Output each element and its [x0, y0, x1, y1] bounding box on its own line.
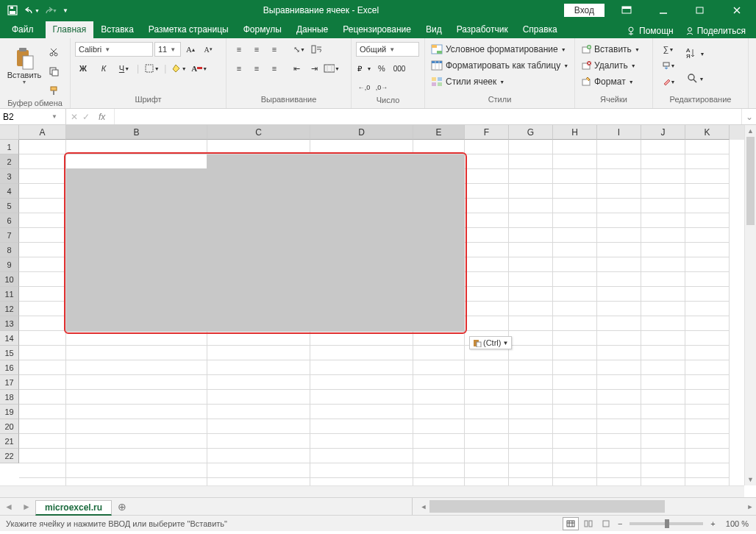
row-header[interactable]: 2: [0, 154, 19, 169]
cells-area[interactable]: (Ctrl)▼: [19, 140, 744, 485]
format-painter-icon[interactable]: [46, 82, 62, 99]
row-header[interactable]: 19: [0, 405, 19, 419]
save-icon[interactable]: [4, 2, 21, 18]
enter-formula-icon[interactable]: ✓: [82, 112, 90, 122]
tab-help[interactable]: Справка: [516, 21, 565, 38]
row-header[interactable]: 12: [0, 302, 19, 316]
font-name-combo[interactable]: Calibri▼: [75, 42, 153, 57]
tab-review[interactable]: Рецензирование: [335, 21, 418, 38]
vertical-scrollbar[interactable]: ▲▼: [744, 125, 756, 485]
row-header[interactable]: 17: [0, 375, 19, 390]
borders-icon[interactable]: ▼: [143, 60, 160, 76]
row-header[interactable]: 3: [0, 169, 19, 184]
accounting-format-icon[interactable]: ₽▼: [356, 60, 372, 76]
row-header[interactable]: 13: [0, 316, 19, 331]
font-size-combo[interactable]: 11▼: [154, 42, 181, 57]
cell-styles-button[interactable]: Стили ячеек▼: [429, 74, 506, 90]
tab-file[interactable]: Файл: [0, 21, 46, 38]
tab-formulas[interactable]: Формулы: [236, 21, 289, 38]
column-header[interactable]: G: [509, 125, 553, 140]
row-header[interactable]: 20: [0, 419, 19, 434]
orientation-icon[interactable]: ⤡▼: [291, 41, 307, 57]
font-color-icon[interactable]: A▼: [191, 60, 207, 76]
undo-icon[interactable]: ▼: [22, 2, 38, 18]
number-format-combo[interactable]: Общий▼: [356, 42, 419, 57]
tell-me-button[interactable]: Помощн: [621, 24, 678, 38]
tab-insert[interactable]: Вставка: [93, 21, 141, 38]
close-icon[interactable]: [722, 0, 752, 21]
page-layout-view-icon[interactable]: [580, 517, 596, 530]
increase-decimal-icon[interactable]: ←,0: [356, 79, 372, 96]
underline-button[interactable]: Ч▼: [116, 60, 132, 76]
page-break-view-icon[interactable]: [598, 517, 614, 530]
fill-icon[interactable]: ▼: [657, 57, 680, 74]
minimize-icon[interactable]: [649, 0, 678, 21]
decrease-indent-icon[interactable]: ⇤: [288, 60, 304, 76]
row-header[interactable]: 6: [0, 213, 19, 228]
increase-font-icon[interactable]: A▴: [182, 41, 199, 57]
align-top-icon[interactable]: ≡: [231, 41, 247, 57]
align-center-icon[interactable]: ≡: [249, 60, 265, 76]
horizontal-scrollbar[interactable]: ◄►: [418, 498, 756, 515]
column-header[interactable]: C: [207, 125, 310, 140]
cancel-formula-icon[interactable]: ✕: [71, 112, 78, 122]
row-header[interactable]: 22: [0, 449, 19, 463]
formula-input[interactable]: [115, 109, 741, 124]
expand-formula-bar-icon[interactable]: ⌄: [741, 109, 756, 124]
insert-function-icon[interactable]: fx: [94, 112, 110, 122]
increase-indent-icon[interactable]: ⇥: [306, 60, 322, 76]
delete-cells-button[interactable]: Удалить▼: [580, 57, 638, 74]
row-header[interactable]: 14: [0, 331, 19, 346]
column-header[interactable]: H: [553, 125, 597, 140]
sheet-tab[interactable]: microexcel.ru: [35, 500, 112, 516]
ribbon-options-icon[interactable]: [612, 0, 641, 21]
zoom-level[interactable]: 100 %: [718, 519, 756, 528]
column-header[interactable]: A: [19, 125, 66, 140]
cut-icon[interactable]: [46, 44, 62, 60]
format-as-table-button[interactable]: Форматировать как таблицу▼: [429, 57, 570, 74]
percent-icon[interactable]: %: [374, 60, 390, 76]
align-right-icon[interactable]: ≡: [266, 60, 282, 76]
paste-options-button[interactable]: (Ctrl)▼: [469, 336, 512, 349]
conditional-formatting-button[interactable]: Условное форматирование▼: [429, 41, 568, 57]
scroll-sheets-left-icon[interactable]: ◄: [0, 498, 18, 515]
align-middle-icon[interactable]: ≡: [249, 41, 265, 57]
align-bottom-icon[interactable]: ≡: [266, 41, 282, 57]
share-button[interactable]: Поделиться: [681, 24, 750, 38]
select-all-corner[interactable]: [0, 125, 19, 140]
row-header[interactable]: 16: [0, 360, 19, 375]
format-cells-button[interactable]: Формат▼: [580, 74, 635, 90]
column-header[interactable]: J: [641, 125, 685, 140]
name-box-input[interactable]: [0, 112, 51, 122]
zoom-in-button[interactable]: +: [707, 519, 718, 528]
tab-data[interactable]: Данные: [289, 21, 335, 38]
zoom-slider[interactable]: [630, 522, 703, 525]
sort-filter-icon[interactable]: АЯ▼: [684, 41, 706, 66]
decrease-decimal-icon[interactable]: ,0→: [374, 79, 390, 96]
normal-view-icon[interactable]: [563, 517, 579, 530]
italic-button[interactable]: К: [96, 60, 112, 76]
clear-icon[interactable]: ▼: [657, 74, 680, 90]
row-header[interactable]: 7: [0, 228, 19, 243]
column-header[interactable]: F: [465, 125, 509, 140]
maximize-icon[interactable]: [685, 0, 715, 21]
tab-home[interactable]: Главная: [46, 21, 94, 38]
row-header[interactable]: 1: [0, 140, 19, 154]
fill-color-icon[interactable]: ▼: [171, 60, 187, 76]
row-header[interactable]: 15: [0, 346, 19, 360]
column-header[interactable]: D: [310, 125, 413, 140]
column-header[interactable]: I: [597, 125, 641, 140]
decrease-font-icon[interactable]: A▾: [200, 41, 216, 57]
tab-layout[interactable]: Разметка страницы: [141, 21, 236, 38]
zoom-out-button[interactable]: −: [615, 519, 625, 528]
paste-button[interactable]: Вставить ▼: [4, 41, 44, 90]
row-header[interactable]: 10: [0, 272, 19, 287]
column-header[interactable]: K: [685, 125, 730, 140]
merge-cells-icon[interactable]: ▼: [324, 60, 340, 76]
find-select-icon[interactable]: ▼: [684, 66, 706, 91]
copy-icon[interactable]: [46, 63, 62, 79]
tab-developer[interactable]: Разработчик: [449, 21, 516, 38]
row-header[interactable]: 18: [0, 390, 19, 405]
row-header[interactable]: 9: [0, 257, 19, 272]
row-header[interactable]: 21: [0, 434, 19, 449]
